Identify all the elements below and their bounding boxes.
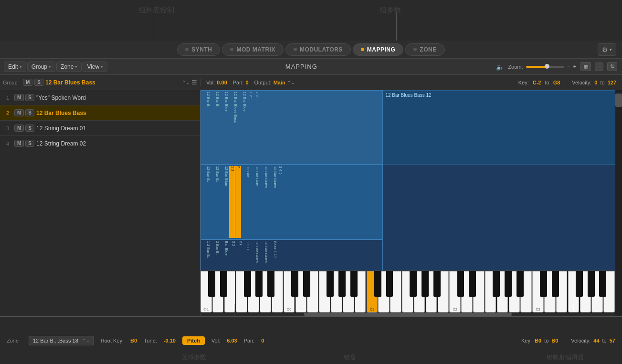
view-sort-btn[interactable]: ⇅ [607,62,617,71]
pitch-button[interactable]: Pitch [182,336,205,345]
zoom-plus[interactable]: + [573,63,577,70]
black-key-F#3[interactable] [576,271,583,297]
row-name-3: 12 String Dream 01 [36,125,197,132]
vel-from[interactable]: 0 [594,80,597,85]
black-key-C#0[interactable] [291,271,298,297]
settings-button[interactable]: ⚙ ▾ [598,43,616,56]
row-solo-4[interactable]: S [25,140,34,147]
zone-key-to[interactable]: B0 [551,338,558,343]
group-header-left: Group M S 12 Bar Blues Bass ⌃⌄ ☰ [0,79,200,86]
group-row-2[interactable]: 2 M S 12 Bar Blues Bass [0,105,200,121]
key-from[interactable]: C-2 [533,80,541,85]
vol-value[interactable]: 0.00 [217,80,227,85]
tab-mod-matrix[interactable]: MOD MATRIX [222,43,283,56]
group-mute-btn[interactable]: M [23,79,32,86]
root-key-value[interactable]: B0 [130,338,137,343]
black-key-C#2[interactable] [457,271,464,297]
tune-label: Tune: [144,338,157,343]
black-key-A#2[interactable] [517,271,524,297]
zoom-slider[interactable] [526,66,564,68]
output-label: Output: [254,80,272,85]
zone-row-2[interactable]: 12 Bar B. 12 Bar B. 12 Bar Blue 1 2 2...… [200,165,383,239]
key-to[interactable]: G8 [553,80,560,85]
black-key-D#2[interactable] [469,271,476,297]
zone-pan-value[interactable]: 0 [261,338,264,343]
black-key-G#0[interactable] [338,271,346,297]
vel-to[interactable]: 127 [608,80,616,85]
black-key-G#1[interactable] [422,271,429,297]
black-key-A#3[interactable] [599,271,606,297]
zone-selector[interactable]: 12 Bar B....Bass 18 ⌃⌄ [29,336,94,345]
black-key-F#0[interactable] [327,271,334,297]
zone-key-range: Key: B0 to B0 [521,338,558,343]
v-scrollbar[interactable] [615,90,622,316]
zone-vol-value[interactable]: 6.03 [227,338,237,343]
group-row-4[interactable]: 4 M S 12 String Dream 02 [0,136,200,151]
black-key-F#2[interactable] [493,271,500,297]
row-mute-1[interactable]: M [14,94,24,101]
row-ms-4: M S [14,140,34,147]
black-key-G#2[interactable] [505,271,512,297]
black-key-F#-1[interactable] [244,271,251,297]
group-params: Vol: 0.00 Pan: 0 Output: Main ⌃⌄ [200,80,513,85]
black-key-C#-1[interactable] [208,271,215,297]
zone-key-label: Key: [521,338,532,343]
zone-row-1-group1[interactable]: 12 Bar B. 12 Bar B. 12 Bar Blue 12 Bar B… [200,90,383,165]
black-key-G#3[interactable] [588,271,595,297]
black-key-A#0[interactable] [350,271,358,297]
volume-icon[interactable]: 🔈 [496,63,504,71]
scrollbar-thumb [304,312,512,316]
black-key-F#1[interactable] [410,271,417,297]
output-value[interactable]: Main [274,80,285,85]
zone-label-large[interactable]: 12 Bar Blues Bass 12 [383,90,615,165]
black-key-A#1[interactable] [433,271,441,297]
black-key-C#3[interactable] [540,271,547,297]
row-mute-3[interactable]: M [14,125,24,132]
row-solo-3[interactable]: S [25,125,34,132]
group-row-3[interactable]: 3 M S 12 String Dream 01 [0,121,200,136]
zone-dropdown[interactable]: Zone ▾ [56,62,82,72]
tune-value[interactable]: -0.10 [164,338,176,343]
zone-velocity-range: Velocity: 44 to 57 [565,338,615,343]
pan-value[interactable]: 0 [245,80,248,85]
row-mute-4[interactable]: M [14,140,24,147]
zone-key-from[interactable]: B0 [535,338,541,343]
row-solo-2[interactable]: S [25,109,34,116]
view-grid-btn[interactable]: ▦ [580,62,591,71]
ann-line-right [396,13,397,44]
pan-label: Pan: [233,80,244,85]
black-key-D#1[interactable] [386,271,393,297]
group-vol: Vol: 0.00 [206,80,227,85]
group-chevron[interactable]: ⌃⌄ [182,80,190,85]
tab-dot-mapping [361,48,364,51]
annotation-group-list-control: 组列表控制 [138,6,174,15]
zone-vel-from[interactable]: 44 [593,338,599,343]
piano-keys-row[interactable]: C-1C0C1C2C3 [200,271,615,312]
view-dropdown[interactable]: View ▾ [83,62,107,72]
row-solo-1[interactable]: S [25,94,34,101]
zone-vel-to[interactable]: 57 [610,338,615,343]
zoom-minus[interactable]: − [567,63,570,70]
row-mute-2[interactable]: M [14,109,24,116]
tab-synth[interactable]: SYNTH [177,43,220,56]
tab-modulators[interactable]: MODULATORS [285,43,351,56]
group-list-icon[interactable]: ☰ [191,79,197,86]
edit-dropdown[interactable]: Edit ▾ [4,62,26,72]
group-row-1[interactable]: 1 M S "Yes" Spoken Word [0,90,200,105]
view-list-btn[interactable]: ≡ [595,62,603,71]
black-key-D#-1[interactable] [220,271,227,297]
row-num-1: 1 [3,95,12,101]
group-dropdown[interactable]: Group ▾ [27,62,55,72]
key-to-label: to [545,80,549,85]
black-key-D#3[interactable] [552,271,559,297]
toolbar: Edit ▾ Group ▾ Zone ▾ View ▾ MAPPING 🔈 Z… [0,59,622,75]
view-label: View [87,63,99,70]
group-solo-btn[interactable]: S [34,79,43,86]
tab-zone[interactable]: ZONE [405,43,444,56]
black-key-D#0[interactable] [303,271,310,297]
black-key-A#-1[interactable] [267,271,274,297]
black-key-C#1[interactable] [374,271,381,297]
black-key-G#-1[interactable] [255,271,263,297]
piano-scrollbar[interactable] [200,312,615,316]
tab-mapping[interactable]: MAPPING [353,43,404,56]
